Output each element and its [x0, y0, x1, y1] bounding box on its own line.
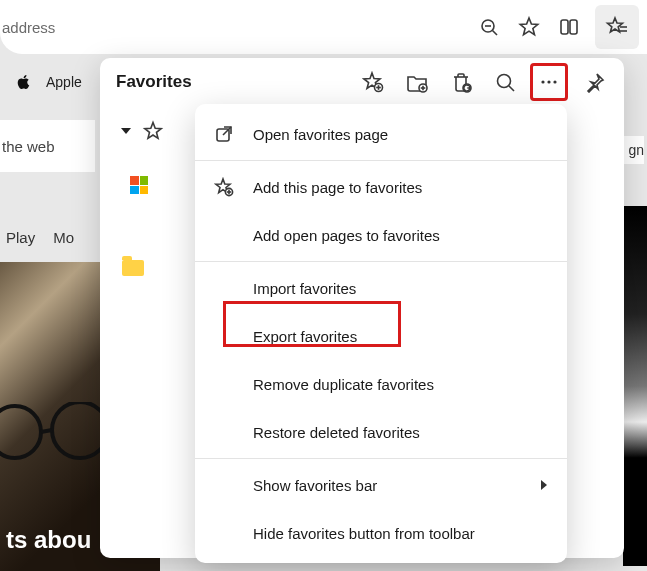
menu-import-favorites[interactable]: Import favorites	[195, 264, 567, 312]
menu-add-open-pages[interactable]: Add open pages to favorites	[195, 211, 567, 259]
menu-open-favorites-page[interactable]: Open favorites page	[195, 110, 567, 158]
svg-point-8	[52, 402, 100, 458]
menu-label: Import favorites	[253, 280, 356, 297]
star-add-icon	[213, 177, 235, 197]
favorite-star-icon[interactable]	[509, 7, 549, 47]
open-external-icon	[213, 124, 235, 144]
search-favorites-icon[interactable]	[486, 63, 524, 101]
menu-label: Add open pages to favorites	[253, 227, 440, 244]
menu-remove-duplicate[interactable]: Remove duplicate favorites	[195, 360, 567, 408]
svg-rect-4	[570, 20, 577, 34]
news-tabs: Play Mo	[0, 218, 74, 256]
svg-line-23	[223, 127, 231, 135]
folder-icon[interactable]	[122, 260, 144, 276]
menu-label: Restore deleted favorites	[253, 424, 420, 441]
menu-show-favorites-bar[interactable]: Show favorites bar	[195, 461, 567, 509]
favorites-bar-star-icon[interactable]	[142, 120, 164, 142]
microsoft-icon[interactable]	[130, 176, 148, 194]
favorites-sidebar	[100, 106, 184, 558]
menu-add-this-page[interactable]: Add this page to favorites	[195, 163, 567, 211]
menu-label: Open favorites page	[253, 126, 388, 143]
zoom-out-icon[interactable]	[469, 7, 509, 47]
menu-label: Add this page to favorites	[253, 179, 422, 196]
address-bar[interactable]: address	[0, 0, 647, 54]
restore-deleted-icon[interactable]	[442, 63, 480, 101]
favorites-title: Favorites	[116, 72, 348, 92]
svg-point-21	[553, 80, 556, 83]
bg-sign-fragment: gn	[624, 136, 644, 164]
pin-icon[interactable]	[576, 63, 614, 101]
bookmark-apple[interactable]: Apple	[46, 74, 82, 90]
menu-label: Hide favorites button from toolbar	[253, 525, 475, 542]
menu-restore-deleted[interactable]: Restore deleted favorites	[195, 408, 567, 456]
svg-line-18	[509, 86, 514, 91]
svg-point-7	[0, 406, 41, 458]
chevron-right-icon	[539, 479, 549, 491]
menu-label: Export favorites	[253, 328, 357, 345]
add-folder-icon[interactable]	[398, 63, 436, 101]
split-screen-icon[interactable]	[549, 7, 589, 47]
right-image-strip	[623, 206, 647, 566]
address-placeholder: address	[0, 19, 469, 36]
favorites-toolbar-icon[interactable]	[595, 5, 639, 49]
more-options-icon[interactable]	[530, 63, 568, 101]
add-favorite-icon[interactable]	[354, 63, 392, 101]
search-hint: the web	[0, 120, 95, 172]
menu-export-favorites[interactable]: Export favorites	[195, 312, 567, 360]
menu-label: Show favorites bar	[253, 477, 377, 494]
svg-line-1	[493, 31, 498, 36]
apple-logo-icon	[16, 74, 32, 90]
favorites-header: Favorites	[100, 58, 624, 106]
svg-rect-3	[561, 20, 568, 34]
svg-line-9	[41, 430, 52, 432]
news-more[interactable]: Mo	[53, 229, 74, 246]
hero-caption: ts abou	[6, 526, 91, 554]
news-play[interactable]: Play	[6, 229, 35, 246]
svg-point-20	[547, 80, 550, 83]
menu-label: Remove duplicate favorites	[253, 376, 434, 393]
chevron-down-icon[interactable]	[120, 125, 132, 137]
menu-hide-favorites-button[interactable]: Hide favorites button from toolbar	[195, 509, 567, 557]
svg-point-17	[498, 75, 511, 88]
favorites-context-menu: Open favorites page Add this page to fav…	[195, 104, 567, 563]
svg-point-19	[541, 80, 544, 83]
